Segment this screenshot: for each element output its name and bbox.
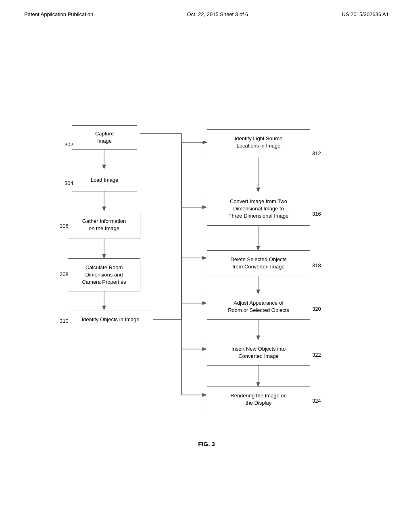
box-320: Adjust Appearance of Room or Selected Ob…: [207, 294, 310, 320]
page: Patent Application Publication Oct. 22, …: [0, 0, 413, 532]
box-306: Gather Information on the Image: [68, 211, 140, 239]
header-right: US 2015/302636 A1: [342, 11, 389, 17]
svg-marker-15: [257, 246, 260, 250]
ref-304: 304: [65, 180, 73, 186]
svg-marker-29: [202, 301, 206, 305]
ref-312: 312: [312, 150, 321, 156]
box-312: Identify Light Source Locations in Image: [207, 129, 310, 155]
svg-marker-3: [102, 207, 106, 211]
ref-316: 316: [312, 211, 321, 217]
svg-marker-1: [102, 165, 106, 169]
svg-marker-13: [257, 188, 260, 192]
svg-marker-33: [202, 393, 206, 397]
arrows-svg: [0, 29, 413, 473]
svg-marker-5: [102, 254, 106, 258]
svg-marker-11: [203, 141, 207, 144]
box-324: Rendering the Image on the Display: [207, 387, 310, 412]
box-304: Load Image: [72, 169, 137, 191]
ref-324: 324: [312, 398, 321, 404]
ref-306: 306: [60, 223, 69, 229]
header-center: Oct. 22, 2015 Sheet 3 of 6: [187, 11, 248, 17]
ref-320: 320: [312, 306, 321, 312]
ref-322: 322: [312, 352, 321, 358]
svg-marker-17: [257, 290, 260, 294]
box-308: Calculate Room Dimensions and Camera Pro…: [68, 258, 140, 291]
header-left: Patent Application Publication: [24, 11, 93, 17]
svg-marker-27: [202, 256, 206, 260]
svg-marker-19: [257, 336, 260, 340]
box-310: Identify Objects in Image: [68, 310, 153, 329]
box-318: Delete Selected Objects from Converted I…: [207, 250, 310, 276]
ref-318: 318: [312, 262, 321, 268]
ref-310: 310: [60, 318, 69, 324]
svg-marker-7: [102, 306, 106, 310]
svg-marker-31: [202, 347, 206, 351]
svg-marker-21: [257, 382, 260, 387]
diagram-area: Capture Image 302 Load Image 304 Gather …: [0, 29, 413, 473]
box-302: Capture Image: [72, 125, 137, 150]
ref-308: 308: [60, 271, 69, 277]
ref-302: 302: [65, 141, 73, 148]
svg-marker-25: [202, 206, 206, 209]
page-header: Patent Application Publication Oct. 22, …: [0, 0, 413, 17]
box-316: Convert Image from Two Dimensional Image…: [207, 192, 310, 226]
box-322: Insert New Objects into Converted Image: [207, 340, 310, 366]
